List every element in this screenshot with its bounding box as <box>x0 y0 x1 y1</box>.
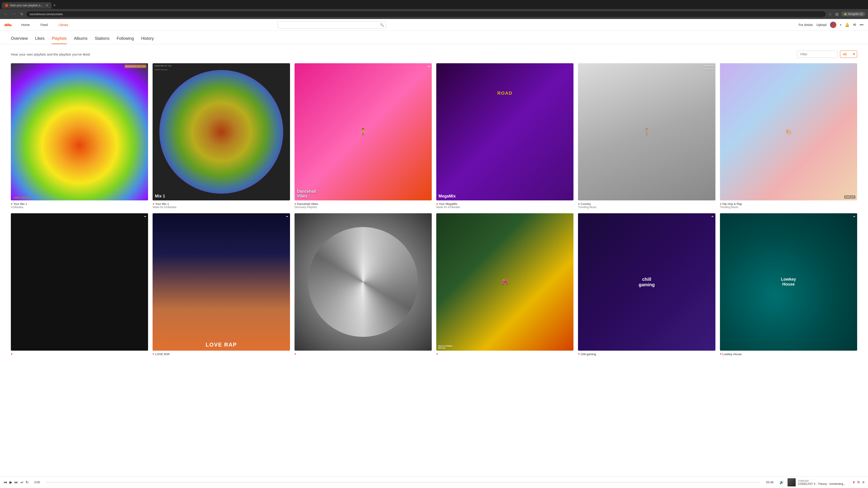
new-tab-button[interactable]: + <box>53 3 56 8</box>
playlist-thumb-4: ROAD MegaMix <box>436 63 574 200</box>
messages-icon[interactable]: ✉ <box>853 23 856 27</box>
library-tabs: Overview Likes Playlists Albums Stations… <box>0 31 868 44</box>
playlist-name-8: ♥ LOVE RAP <box>153 352 290 356</box>
playlist-card-12[interactable]: ☁ LowkeyHouse ♥ Lowkey House <box>720 213 857 356</box>
card10-label: ENCYCLOPEDIAEDITION <box>438 345 453 349</box>
playlist-card-2[interactable]: September for You JAMES Mashup Mix 1 ♥ Y… <box>153 63 290 209</box>
playlist-card-7[interactable]: ☁ ♥ <box>11 213 148 356</box>
like-icon-4: ♥ <box>436 202 438 205</box>
playlist-sub-3: Discovery Playlists <box>294 205 432 209</box>
tab-overview[interactable]: Overview <box>11 36 28 44</box>
playlist-thumb-9 <box>294 213 432 350</box>
playlist-card-11[interactable]: ☁ chillgaming ♥ chill gaming <box>578 213 715 356</box>
tab-title: Hear your own playlists and th <box>10 4 44 7</box>
playlist-thumb-1: JAMES Mashup September for You <box>11 63 148 200</box>
playlist-name-7: ♥ <box>11 352 148 356</box>
sc-logo[interactable] <box>4 23 13 27</box>
playlist-thumb-11: ☁ chillgaming <box>578 213 715 350</box>
tab-stations[interactable]: Stations <box>95 36 110 44</box>
incognito-badge[interactable]: 🕵 Incognito (2) <box>841 12 865 16</box>
app-header: Home Feed Library 🔍 For Artists Upload ▾… <box>0 19 868 31</box>
playlist-card-4[interactable]: ROAD MegaMix ♥ Your MegaMix Made for A24… <box>436 63 574 209</box>
active-tab[interactable]: Hear your own playlists and th ✕ <box>2 2 52 8</box>
content-header: Hear your own playlists and the playlist… <box>11 51 857 58</box>
card2-spiral <box>159 70 283 194</box>
playlist-title-3: Dancehall Vibes <box>297 202 318 205</box>
repeat-button[interactable]: ↻ <box>26 480 29 484</box>
tab-likes[interactable]: Likes <box>35 36 44 44</box>
playlist-sub-2: Made for A24beaba <box>153 205 290 209</box>
filter-input[interactable] <box>797 51 838 58</box>
tab-albums[interactable]: Albums <box>74 36 88 44</box>
reader-mode-icon[interactable]: ▤ <box>834 11 839 17</box>
player-like-button[interactable]: ♥ <box>852 480 855 484</box>
notifications-icon[interactable]: 🔔 <box>845 23 849 27</box>
card7-cloud: ☁ <box>144 215 146 218</box>
player-repost-icon[interactable]: ↻ <box>857 480 860 484</box>
playlist-name-3: ♥ Dancehall Vibes <box>294 202 432 205</box>
svg-rect-7 <box>10 24 11 26</box>
playlist-card-3[interactable]: ☁ DancehallVibes 🧍 ♥ Dancehall Vibes Dis… <box>294 63 432 209</box>
card4-road-label: ROAD <box>497 91 513 96</box>
for-artists-link[interactable]: For Artists <box>799 23 813 27</box>
card2-sublabel: September for You <box>154 65 171 67</box>
filter-row: All Mine Liked <box>797 51 857 58</box>
avatar[interactable] <box>830 22 836 28</box>
tab-history[interactable]: History <box>141 36 154 44</box>
back-button[interactable]: ← <box>3 11 9 17</box>
card10-art: 🌺 <box>502 279 508 285</box>
playlist-card-5[interactable]: MORGANWALLEN 🧍 ♥ Country Trending Music <box>578 63 715 209</box>
playlist-card-9[interactable]: ♥ <box>294 213 432 356</box>
card5-person: 🧍 <box>643 128 651 135</box>
like-icon-8: ♥ <box>153 352 154 356</box>
card3-title-label: DancehallVibes <box>297 189 316 199</box>
playlist-card-8[interactable]: ☁ LOVE RAP ♥ LOVE RAP <box>153 213 290 356</box>
bookmark-icon[interactable]: ☆ <box>828 11 833 17</box>
upload-link[interactable]: Upload <box>816 23 827 27</box>
browser-nav: ← → ↻ soundcloud.com/you/sets ☆ ▤ 🕵 Inco… <box>0 9 868 19</box>
like-icon-12: ♥ <box>720 352 721 356</box>
address-bar[interactable]: soundcloud.com/you/sets <box>26 11 826 17</box>
search-input[interactable] <box>278 21 386 29</box>
player-info: codecast CODECAST X - Theony - Unrelenti… <box>798 479 845 486</box>
card8-love-rap: LOVE RAP <box>153 341 290 348</box>
playlist-name-1: ♥ Your Mix 1 <box>11 202 148 205</box>
playlist-card-6[interactable]: 🎨 EXPLICIT ♥ Hip Hop & Rap Trending Musi… <box>720 63 857 209</box>
playlist-card-1[interactable]: JAMES Mashup September for You ♥ Your Mi… <box>11 63 148 209</box>
volume-icon[interactable]: 🔊 <box>779 480 784 484</box>
player-queue-icon[interactable]: ≡ <box>862 480 864 484</box>
card2-sublabel2: JAMES Mashup <box>154 69 167 71</box>
forward-button[interactable]: → <box>11 11 17 17</box>
browser-tabs: Hear your own playlists and th ✕ + <box>0 0 868 9</box>
play-button[interactable]: ▶ <box>9 480 12 484</box>
search-icon: 🔍 <box>380 23 384 27</box>
playlist-thumb-12: ☁ LowkeyHouse <box>720 213 857 350</box>
player-title: CODECAST X - Theony - Unrelenting... <box>798 482 845 486</box>
tab-following[interactable]: Following <box>117 36 134 44</box>
playlist-name-10: ♥ <box>436 352 574 356</box>
dropdown-icon[interactable]: ▾ <box>840 23 841 26</box>
like-icon-7: ♥ <box>11 352 12 356</box>
nav-library[interactable]: Library <box>59 22 68 28</box>
nav-feed[interactable]: Feed <box>40 22 48 28</box>
tab-close-button[interactable]: ✕ <box>46 4 49 7</box>
next-button[interactable]: ⏭ <box>14 480 18 484</box>
playlist-card-10[interactable]: 🌺 ENCYCLOPEDIAEDITION ♥ <box>436 213 574 356</box>
playlist-thumb-8: ☁ LOVE RAP <box>153 213 290 350</box>
progress-bar[interactable] <box>46 482 760 483</box>
more-options-icon[interactable]: ••• <box>860 23 864 27</box>
content-area: Hear your own playlists and the playlist… <box>0 44 868 367</box>
nav-home[interactable]: Home <box>21 22 30 28</box>
tab-playlists[interactable]: Playlists <box>52 36 67 44</box>
filter-select[interactable]: All Mine Liked <box>840 51 857 58</box>
playlist-sub-4: Made for A24beaba <box>436 205 574 209</box>
total-time: 55:48 <box>766 481 774 484</box>
reload-button[interactable]: ↻ <box>19 11 25 17</box>
browser-chrome: Hear your own playlists and th ✕ + ← → ↻… <box>0 0 868 19</box>
playlist-title-4: Your MegaMix <box>439 202 458 205</box>
like-icon-2: ♥ <box>153 202 154 205</box>
playlist-name-4: ♥ Your MegaMix <box>436 202 574 205</box>
prev-button[interactable]: ⏮ <box>4 480 7 484</box>
shuffle-button[interactable]: ⇌ <box>20 480 23 484</box>
card1-label: JAMES Mashup <box>13 196 31 199</box>
